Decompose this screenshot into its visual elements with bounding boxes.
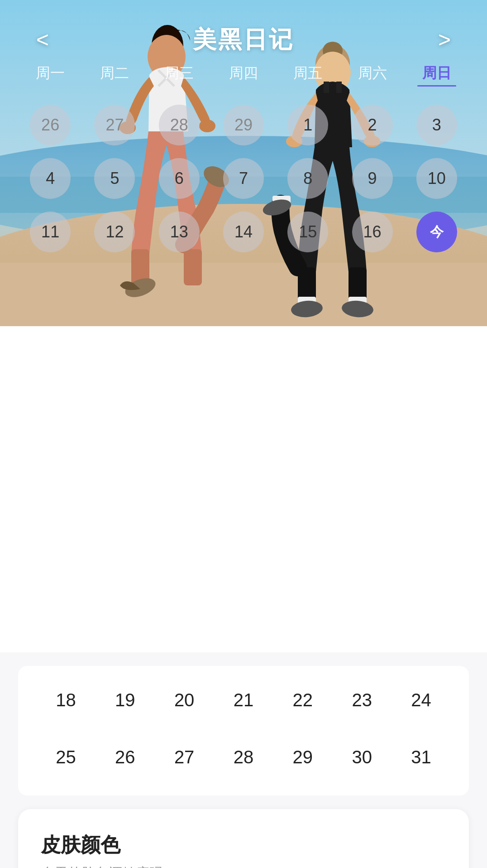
weekday-thu: 周四 (211, 59, 276, 91)
calendar-day[interactable]: 22 (273, 675, 332, 725)
weekday-fri: 周五 (276, 59, 340, 91)
calendar-day[interactable]: 28 (147, 100, 211, 150)
calendar-day[interactable]: 8 (276, 154, 340, 203)
calendar-day[interactable]: 2 (340, 100, 404, 150)
calendar-day[interactable]: 20 (155, 675, 214, 725)
bottom-section: 18 19 20 21 22 23 24 25 26 27 28 29 30 3… (0, 652, 487, 868)
calendar-day[interactable]: 21 (214, 675, 273, 725)
hero-section: < 美黑日记 > 周一 周二 周三 周四 周五 周六 周日 26 27 28 (0, 0, 487, 326)
app-container: < 美黑日记 > 周一 周二 周三 周四 周五 周六 周日 26 27 28 (0, 0, 487, 868)
weekday-sun: 周日 (405, 59, 469, 91)
calendar-day[interactable]: 11 (18, 207, 82, 257)
calendar-day[interactable]: 27 (155, 732, 214, 782)
calendar-day[interactable]: 28 (214, 732, 273, 782)
calendar-day[interactable]: 26 (18, 100, 82, 150)
calendar-section: 周一 周二 周三 周四 周五 周六 周日 26 27 28 29 1 2 3 4 (0, 59, 487, 257)
calendar-day[interactable]: 5 (82, 154, 147, 203)
prev-button[interactable]: < (27, 23, 58, 57)
calendar-day[interactable]: 25 (36, 732, 95, 782)
svg-rect-4 (0, 263, 487, 326)
calendar-lower: 18 19 20 21 22 23 24 25 26 27 28 29 30 3… (18, 666, 469, 796)
weekday-tue: 周二 (82, 59, 147, 91)
calendar-day[interactable]: 14 (211, 207, 276, 257)
calendar-day[interactable]: 29 (273, 732, 332, 782)
calendar-day-today[interactable]: 今 (405, 207, 469, 257)
calendar-day[interactable]: 1 (276, 100, 340, 150)
weekday-row: 周一 周二 周三 周四 周五 周六 周日 (18, 59, 469, 91)
calendar-day[interactable]: 31 (392, 732, 451, 782)
calendar-day[interactable]: 19 (95, 675, 155, 725)
calendar-day[interactable]: 30 (332, 732, 392, 782)
skin-color-title: 皮肤颜色 (41, 832, 446, 858)
calendar-day[interactable]: 13 (147, 207, 211, 257)
calendar-day[interactable]: 27 (82, 100, 147, 150)
weekday-sat: 周六 (340, 59, 404, 91)
header: < 美黑日记 > (0, 0, 487, 66)
calendar-day[interactable]: 26 (95, 732, 155, 782)
calendar-day[interactable]: 23 (332, 675, 392, 725)
weekday-wed: 周三 (147, 59, 211, 91)
next-button[interactable]: > (429, 23, 460, 57)
calendar-grid-lower: 18 19 20 21 22 23 24 25 26 27 28 29 30 3… (36, 675, 451, 782)
calendar-day[interactable]: 3 (405, 100, 469, 150)
calendar-day[interactable]: 9 (340, 154, 404, 203)
weekday-mon: 周一 (18, 59, 82, 91)
calendar-day[interactable]: 29 (211, 100, 276, 150)
skin-color-subtitle: 今天的肤色还健康吗 (41, 864, 446, 868)
page-title: 美黑日记 (193, 24, 294, 56)
calendar-day[interactable]: 12 (82, 207, 147, 257)
calendar-day[interactable]: 18 (36, 675, 95, 725)
calendar-day[interactable]: 24 (392, 675, 451, 725)
calendar-day[interactable]: 15 (276, 207, 340, 257)
skin-color-card: 皮肤颜色 今天的肤色还健康吗 (18, 809, 469, 868)
calendar-day[interactable]: 10 (405, 154, 469, 203)
calendar-grid: 26 27 28 29 1 2 3 4 5 6 7 8 9 10 11 12 1… (18, 100, 469, 257)
calendar-day[interactable]: 4 (18, 154, 82, 203)
calendar-day[interactable]: 16 (340, 207, 404, 257)
calendar-day[interactable]: 7 (211, 154, 276, 203)
calendar-day[interactable]: 6 (147, 154, 211, 203)
